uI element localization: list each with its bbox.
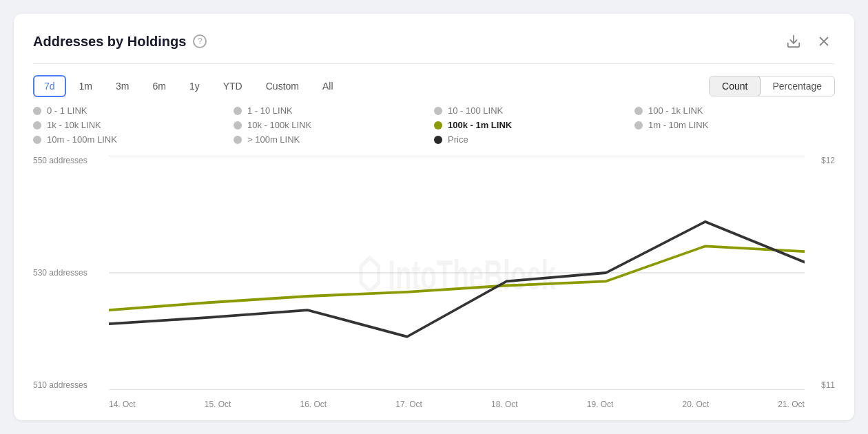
x-label-20oct: 20. Oct [683, 400, 710, 409]
x-label-18oct: 18. Oct [491, 400, 518, 409]
y-label-mid: 530 addresses [33, 268, 109, 278]
filter-7d[interactable]: 7d [33, 75, 66, 97]
x-label-14oct: 14. Oct [109, 400, 136, 409]
time-filters: 7d 1m 3m 6m 1y YTD Custom All [33, 75, 344, 97]
y-right-top: $12 [821, 156, 835, 165]
card-title: Addresses by Holdings [33, 34, 186, 50]
download-button[interactable] [783, 30, 805, 52]
legend-item-1m-10m[interactable]: 1m - 10m LINK [634, 120, 835, 130]
legend-item-0-1[interactable]: 0 - 1 LINK [33, 105, 234, 116]
legend-label-1m-10m: 1m - 10m LINK [648, 120, 708, 130]
chart-area: 550 addresses 530 addresses 510 addresse… [33, 156, 835, 409]
expand-button[interactable] [813, 30, 835, 52]
header-left: Addresses by Holdings ? [33, 34, 207, 50]
legend-dot-100-1k [634, 107, 643, 115]
filter-6m[interactable]: 6m [142, 75, 176, 97]
legend-label-1-10: 1 - 10 LINK [247, 105, 293, 116]
legend-item-10-100[interactable]: 10 - 100 LINK [434, 105, 634, 116]
x-label-15oct: 15. Oct [205, 400, 231, 409]
legend-label-10k-100k: 10k - 100k LINK [247, 120, 311, 130]
legend-label-10m-100m: 10m - 100m LINK [47, 134, 117, 145]
legend-item-gt100m[interactable]: > 100m LINK [234, 134, 434, 145]
legend-label-100-1k: 100 - 1k LINK [648, 105, 703, 116]
x-axis: 14. Oct 15. Oct 16. Oct 17. Oct 18. Oct … [109, 400, 805, 409]
y-axis-right: $12 $11 [807, 156, 835, 390]
svg-chart: ⬡ IntoTheBlock [109, 156, 805, 390]
legend-dot-gt100m [234, 136, 242, 144]
filter-1y[interactable]: 1y [179, 75, 210, 97]
legend-dot-1-10 [234, 107, 242, 115]
y-label-top: 550 addresses [33, 156, 109, 165]
legend-dot-0-1 [33, 107, 41, 115]
legend-item-1-10[interactable]: 1 - 10 LINK [234, 105, 434, 116]
chart-container: 550 addresses 530 addresses 510 addresse… [33, 156, 835, 409]
legend-item-100-1k[interactable]: 100 - 1k LINK [634, 105, 835, 116]
main-card: Addresses by Holdings ? 7d 1m [14, 14, 854, 420]
legend-item-10m-100m[interactable]: 10m - 100m LINK [33, 134, 234, 145]
card-header: Addresses by Holdings ? [33, 30, 835, 64]
legend-item-price[interactable]: Price [434, 134, 634, 145]
filter-all[interactable]: All [312, 75, 344, 97]
filter-3m[interactable]: 3m [105, 75, 139, 97]
x-label-17oct: 17. Oct [395, 400, 422, 409]
filter-custom[interactable]: Custom [256, 75, 309, 97]
legend-label-price: Price [448, 134, 468, 145]
y-right-bot: $11 [821, 380, 835, 390]
filter-1m[interactable]: 1m [69, 75, 103, 97]
header-right [783, 30, 835, 52]
y-axis-left: 550 addresses 530 addresses 510 addresse… [33, 156, 109, 390]
legend-dot-1m-10m [634, 121, 643, 130]
legend-label-1k-10k: 1k - 10k LINK [47, 120, 101, 130]
view-percentage[interactable]: Percentage [760, 76, 834, 96]
y-label-bot: 510 addresses [33, 380, 109, 390]
x-label-16oct: 16. Oct [300, 400, 327, 409]
legend-item-10k-100k[interactable]: 10k - 100k LINK [234, 120, 434, 130]
legend-dot-price [434, 136, 442, 144]
controls-row: 7d 1m 3m 6m 1y YTD Custom All Count Perc… [33, 64, 835, 105]
legend-label-10-100: 10 - 100 LINK [448, 105, 503, 116]
legend-dot-100k-1m [434, 121, 442, 130]
filter-ytd[interactable]: YTD [213, 75, 253, 97]
x-label-21oct: 21. Oct [778, 400, 805, 409]
legend-label-gt100m: > 100m LINK [247, 134, 300, 145]
legend-dot-10m-100m [33, 136, 41, 144]
legend-label-100k-1m: 100k - 1m LINK [448, 120, 512, 130]
legend-dot-1k-10k [33, 121, 41, 130]
legend-label-0-1: 0 - 1 LINK [47, 105, 87, 116]
help-icon[interactable]: ? [193, 34, 207, 48]
legend-dot-10k-100k [234, 121, 242, 130]
view-count[interactable]: Count [709, 76, 761, 96]
view-filters: Count Percentage [709, 76, 835, 96]
x-label-19oct: 19. Oct [587, 400, 614, 409]
legend-item-1k-10k[interactable]: 1k - 10k LINK [33, 120, 234, 130]
legend-item-100k-1m[interactable]: 100k - 1m LINK [434, 120, 634, 130]
legend: 0 - 1 LINK 1 - 10 LINK 10 - 100 LINK 100… [33, 105, 835, 153]
chart-svg: ⬡ IntoTheBlock [109, 156, 805, 390]
svg-text:⬡ IntoTheBlock: ⬡ IntoTheBlock [358, 251, 556, 299]
legend-dot-10-100 [434, 107, 442, 115]
